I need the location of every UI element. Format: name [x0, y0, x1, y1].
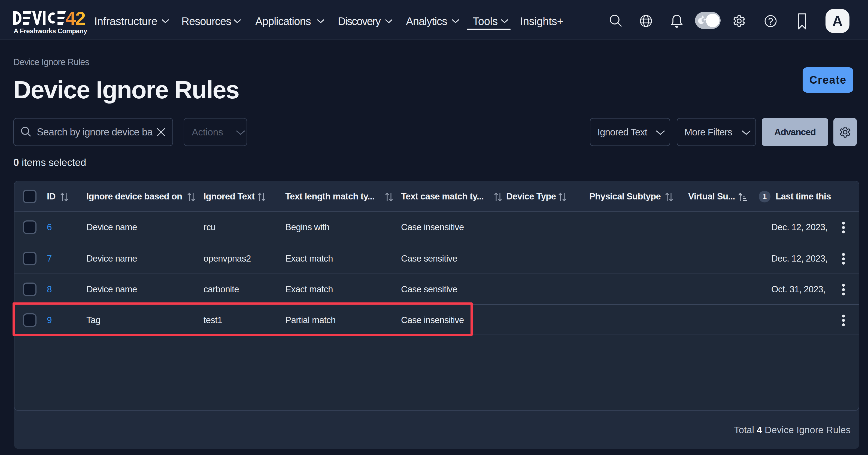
svg-text:42: 42	[65, 8, 85, 29]
svg-text:A Freshworks Company: A Freshworks Company	[13, 27, 87, 35]
